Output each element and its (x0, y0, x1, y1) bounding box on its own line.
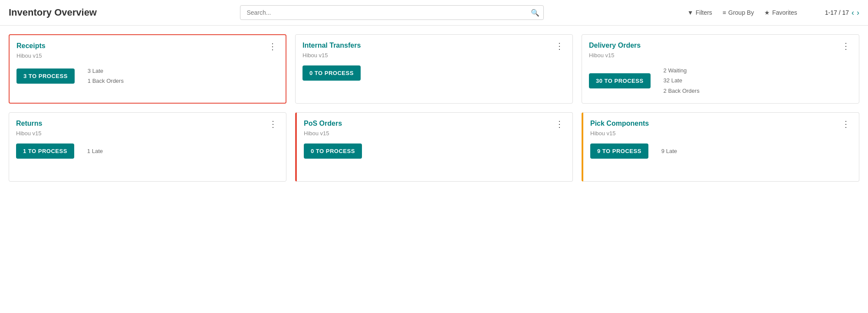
card-header: Pick Components ⋮ (590, 120, 852, 128)
filter-icon: ▼ (687, 9, 694, 16)
stat-item: 32 Late (664, 75, 700, 85)
card-pos-orders[interactable]: PoS Orders ⋮ Hibou v15 0 TO PROCESS (295, 112, 573, 182)
stat-item: 2 Back Orders (664, 86, 700, 96)
card-menu-button[interactable]: ⋮ (840, 42, 852, 50)
filters-label: Filters (696, 9, 712, 16)
card-header: Internal Transfers ⋮ (302, 42, 566, 50)
card-internal-transfers[interactable]: Internal Transfers ⋮ Hibou v15 0 TO PROC… (295, 34, 573, 104)
card-body: 0 TO PROCESS (304, 143, 566, 159)
card-title: PoS Orders (304, 120, 342, 127)
filters-button[interactable]: ▼ Filters (687, 9, 712, 16)
page-title: Inventory Overview (9, 7, 97, 18)
card-body: 9 TO PROCESS 9 Late (590, 143, 852, 159)
cards-grid: Receipts ⋮ Hibou v15 3 TO PROCESS 3 Late… (9, 34, 859, 182)
groupby-label: Group By (728, 9, 754, 16)
card-menu-button[interactable]: ⋮ (553, 120, 566, 128)
process-button[interactable]: 0 TO PROCESS (304, 143, 362, 159)
card-stats: 1 Late (87, 146, 103, 156)
card-subtitle: Hibou v15 (589, 52, 852, 59)
card-subtitle: Hibou v15 (16, 52, 279, 59)
pagination-prev[interactable]: ‹ (852, 9, 854, 16)
card-menu-button[interactable]: ⋮ (553, 42, 566, 50)
stat-item: 2 Waiting (664, 65, 700, 75)
favorites-icon: ★ (764, 9, 770, 16)
card-header: PoS Orders ⋮ (304, 120, 566, 128)
process-button[interactable]: 9 TO PROCESS (590, 143, 648, 159)
header: Inventory Overview 🔍 ▼ Filters ≡ Group B… (0, 0, 868, 26)
card-stats: 3 Late1 Back Orders (88, 66, 124, 86)
card-body: 3 TO PROCESS 3 Late1 Back Orders (16, 66, 279, 86)
search-input-wrapper: 🔍 (240, 5, 544, 20)
card-receipts[interactable]: Receipts ⋮ Hibou v15 3 TO PROCESS 3 Late… (9, 34, 286, 104)
toolbar: ▼ Filters ≡ Group By ★ Favorites 1-17 / … (687, 9, 859, 16)
card-stats: 2 Waiting32 Late2 Back Orders (664, 65, 700, 96)
pagination-label: 1-17 / 17 (825, 9, 849, 16)
card-subtitle: Hibou v15 (302, 52, 566, 59)
card-delivery-orders[interactable]: Delivery Orders ⋮ Hibou v15 30 TO PROCES… (582, 34, 859, 104)
process-button[interactable]: 30 TO PROCESS (589, 73, 651, 88)
favorites-label: Favorites (772, 9, 797, 16)
card-pick-components[interactable]: Pick Components ⋮ Hibou v15 9 TO PROCESS… (582, 112, 859, 182)
toolbar-controls: ▼ Filters ≡ Group By ★ Favorites 1-17 / … (687, 9, 859, 16)
card-title: Pick Components (590, 120, 649, 127)
card-title: Internal Transfers (302, 42, 361, 49)
card-menu-button[interactable]: ⋮ (267, 120, 279, 128)
main-content: Receipts ⋮ Hibou v15 3 TO PROCESS 3 Late… (0, 26, 868, 190)
card-body: 30 TO PROCESS 2 Waiting32 Late2 Back Ord… (589, 65, 852, 96)
process-button[interactable]: 3 TO PROCESS (16, 68, 75, 84)
stat-item: 9 Late (661, 146, 677, 156)
process-button[interactable]: 0 TO PROCESS (302, 65, 361, 81)
card-title: Delivery Orders (589, 42, 641, 49)
card-subtitle: Hibou v15 (16, 130, 279, 137)
favorites-button[interactable]: ★ Favorites (764, 9, 797, 16)
pagination-next[interactable]: › (857, 9, 859, 16)
card-menu-button[interactable]: ⋮ (266, 42, 279, 51)
card-header: Delivery Orders ⋮ (589, 42, 852, 50)
card-subtitle: Hibou v15 (304, 130, 566, 137)
card-header: Receipts ⋮ (16, 42, 279, 51)
card-returns[interactable]: Returns ⋮ Hibou v15 1 TO PROCESS 1 Late (9, 112, 286, 182)
card-subtitle: Hibou v15 (590, 130, 852, 137)
groupby-button[interactable]: ≡ Group By (723, 9, 754, 16)
stat-item: 3 Late (88, 66, 124, 76)
card-title: Receipts (16, 42, 46, 50)
card-title: Returns (16, 120, 42, 127)
card-menu-button[interactable]: ⋮ (840, 120, 852, 128)
groupby-icon: ≡ (723, 9, 726, 16)
search-icon: 🔍 (531, 9, 539, 17)
stat-item: 1 Late (87, 146, 103, 156)
process-button[interactable]: 1 TO PROCESS (16, 143, 74, 159)
card-body: 1 TO PROCESS 1 Late (16, 143, 279, 159)
search-bar: 🔍 (114, 5, 670, 20)
card-header: Returns ⋮ (16, 120, 279, 128)
search-input[interactable] (240, 5, 544, 20)
stat-item: 1 Back Orders (88, 76, 124, 86)
pagination: 1-17 / 17 ‹ › (825, 9, 859, 16)
card-body: 0 TO PROCESS (302, 65, 566, 81)
card-stats: 9 Late (661, 146, 677, 156)
